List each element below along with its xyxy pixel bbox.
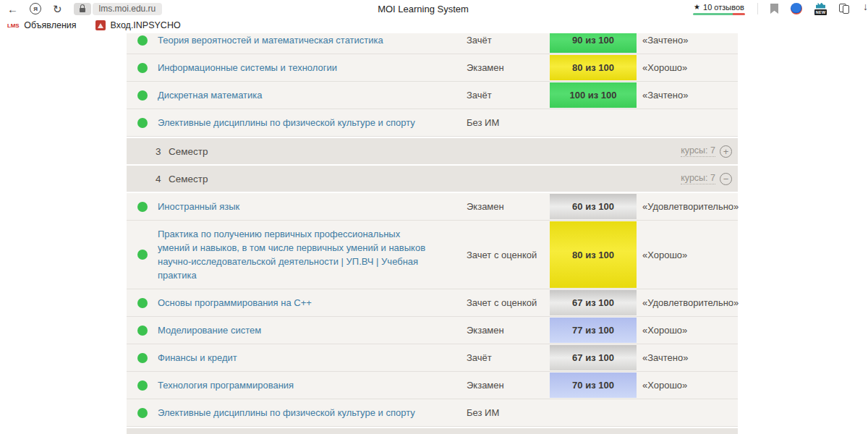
course-control-type: Зачет с оценкой xyxy=(467,250,550,260)
semester-courses-link[interactable]: курсы: 7 xyxy=(681,173,715,184)
status-dot-icon xyxy=(137,408,148,418)
course-link[interactable]: Элективные дисциплины по физической куль… xyxy=(158,117,415,128)
course-score: 90 из 100 xyxy=(550,33,637,53)
status-dot-icon xyxy=(137,63,148,73)
refresh-icon[interactable]: ↻ xyxy=(53,4,62,14)
status-dot-icon xyxy=(137,202,148,212)
course-score: 80 из 100 xyxy=(550,55,637,80)
expand-semester-icon[interactable]: + xyxy=(720,145,732,158)
course-grade: «Зачтено» xyxy=(637,35,738,46)
browser-toolbar: ← Я ↻ lms.moi.edu.ru MOI Learning System… xyxy=(0,0,868,17)
course-grade: «Хорошо» xyxy=(637,380,738,391)
course-link[interactable]: Моделирование систем xyxy=(158,325,261,336)
extension-circle-icon[interactable] xyxy=(791,3,802,14)
course-link[interactable]: Дискретная математика xyxy=(158,90,263,101)
course-score xyxy=(550,400,637,425)
course-score: 77 из 100 xyxy=(550,318,637,343)
course-score: 100 из 100 xyxy=(550,82,637,108)
yandex-browser-icon[interactable]: Я xyxy=(30,3,41,14)
course-grade: «Хорошо» xyxy=(637,325,738,336)
status-dot-icon xyxy=(137,118,148,128)
bookmark-label: Вход.INPSYCHO xyxy=(111,20,181,30)
bookmark-favicon xyxy=(95,20,106,30)
course-link[interactable]: Теория вероятностей и математическая ста… xyxy=(158,35,383,46)
course-status-cell xyxy=(127,118,158,128)
course-grade: «Удовлетворительно» xyxy=(637,297,739,308)
semester-header-row[interactable]: 5 Семестр курсы: 8 + xyxy=(127,428,738,434)
semester-number: 4 xyxy=(156,174,169,184)
semester-label: Семестр xyxy=(169,146,208,157)
download-arrow-icon: ↓ xyxy=(863,1,868,12)
address-bar[interactable]: lms.moi.edu.ru xyxy=(74,3,163,15)
course-score xyxy=(550,110,637,135)
course-link[interactable]: Элективные дисциплины по физической куль… xyxy=(158,407,415,418)
course-control-type: Зачёт xyxy=(467,90,550,101)
course-status-cell xyxy=(127,250,158,260)
site-reviews-button[interactable]: ★ 10 отзывов xyxy=(693,3,745,15)
course-control-type: Экзамен xyxy=(467,325,550,336)
course-grade: «Хорошо» xyxy=(637,62,738,73)
course-link[interactable]: Основы программирования на C++ xyxy=(158,297,312,308)
course-status-cell xyxy=(127,380,158,391)
course-control-type: Без ИМ xyxy=(467,407,550,418)
collapse-semester-icon[interactable]: − xyxy=(720,173,732,185)
course-link[interactable]: Технология программирования xyxy=(158,380,294,391)
status-dot-icon xyxy=(137,298,148,308)
reviews-rating-bar xyxy=(693,13,745,15)
status-dot-icon xyxy=(137,380,148,391)
course-score: 67 из 100 xyxy=(550,290,637,315)
course-status-cell xyxy=(127,90,158,101)
extension-glyph xyxy=(816,3,825,9)
bookmark-icon[interactable] xyxy=(770,4,778,14)
lock-icon[interactable] xyxy=(74,3,91,15)
status-dot-icon xyxy=(137,326,148,336)
bookmark-item[interactable]: Вход.INPSYCHO xyxy=(95,20,181,30)
course-score: 60 из 100 xyxy=(550,194,637,219)
bookmark-label: Объявления xyxy=(24,20,76,30)
new-badge: NEW xyxy=(814,9,827,15)
side-panels-icon[interactable] xyxy=(839,4,849,14)
bookmark-favicon: LMS xyxy=(7,22,19,29)
course-row: Информационные системы и технологии Экза… xyxy=(127,54,738,82)
course-grade: «Зачтено» xyxy=(637,90,738,101)
course-row: Технология программирования Экзамен 70 и… xyxy=(127,372,738,399)
gradebook-table: Теория вероятностей и математическая ста… xyxy=(127,33,738,434)
reviews-count: 10 отзывов xyxy=(703,3,744,12)
course-status-cell xyxy=(127,35,158,46)
course-control-type: Экзамен xyxy=(467,380,550,391)
semester-courses-link[interactable]: курсы: 7 xyxy=(681,145,715,157)
course-control-type: Экзамен xyxy=(467,62,550,73)
semester-label: Семестр xyxy=(169,174,208,184)
course-link[interactable]: Практика по получению первичных професси… xyxy=(158,229,425,281)
back-icon[interactable]: ← xyxy=(7,4,18,14)
course-row: Элективные дисциплины по физической куль… xyxy=(127,109,738,137)
status-dot-icon xyxy=(137,353,148,363)
course-score: 67 из 100 xyxy=(550,345,637,370)
course-row: Финансы и кредит Зачёт 67 из 100 «Зачтен… xyxy=(127,344,738,372)
course-status-cell xyxy=(127,63,158,73)
course-link[interactable]: Информационные системы и технологии xyxy=(158,62,337,73)
semester-number: 3 xyxy=(156,146,169,157)
course-link[interactable]: Финансы и кредит xyxy=(158,352,237,363)
bookmark-item[interactable]: LMS Объявления xyxy=(7,20,77,30)
url-text[interactable]: lms.moi.edu.ru xyxy=(93,3,163,15)
course-row: Иностранный язык Экзамен 60 из 100 «Удов… xyxy=(127,193,738,221)
semester-header-row[interactable]: 4 Семестр курсы: 7 − xyxy=(127,166,738,192)
extension-new-icon[interactable]: NEW xyxy=(814,3,827,15)
course-score: 70 из 100 xyxy=(550,373,637,398)
bookmarks-bar: LMS Объявления Вход.INPSYCHO xyxy=(0,17,868,33)
status-dot-icon xyxy=(137,250,148,260)
semester-header-row[interactable]: 3 Семестр курсы: 7 + xyxy=(127,138,738,164)
course-status-cell xyxy=(127,298,158,308)
toolbar-divider xyxy=(757,3,758,14)
page-content: Теория вероятностей и математическая ста… xyxy=(0,33,868,434)
course-link[interactable]: Иностранный язык xyxy=(158,201,239,212)
page-title: MOI Learning System xyxy=(378,4,469,14)
star-icon: ★ xyxy=(694,3,700,11)
course-status-cell xyxy=(127,408,158,418)
course-row: Основы программирования на C++ Зачет с о… xyxy=(127,289,738,317)
course-control-type: Без ИМ xyxy=(467,117,550,128)
course-control-type: Экзамен xyxy=(467,201,550,212)
downloads-icon[interactable]: ↓ xyxy=(861,2,868,15)
course-row: Практика по получению первичных професси… xyxy=(127,221,738,289)
